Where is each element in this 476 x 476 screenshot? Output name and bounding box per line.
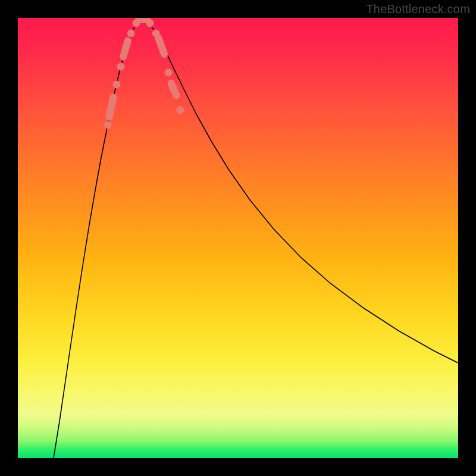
marker-dot — [104, 121, 112, 129]
marker-capsule — [154, 33, 169, 59]
marker-dot — [165, 69, 173, 77]
curve-right — [152, 27, 458, 363]
curve-svg — [18, 18, 458, 458]
salmon-markers — [104, 18, 184, 129]
marker-dot — [127, 30, 135, 37]
watermark-text: TheBottleneck.com — [366, 2, 470, 16]
marker-dot — [177, 107, 184, 114]
marker-dot — [117, 63, 125, 71]
plot-area — [18, 18, 458, 458]
marker-capsule — [119, 36, 133, 61]
marker-dot — [146, 20, 154, 27]
curve-left — [54, 27, 134, 458]
marker-dot — [113, 81, 121, 89]
marker-capsule — [105, 93, 117, 121]
marker-capsule — [167, 79, 181, 100]
chart-frame: TheBottleneck.com — [0, 0, 476, 476]
